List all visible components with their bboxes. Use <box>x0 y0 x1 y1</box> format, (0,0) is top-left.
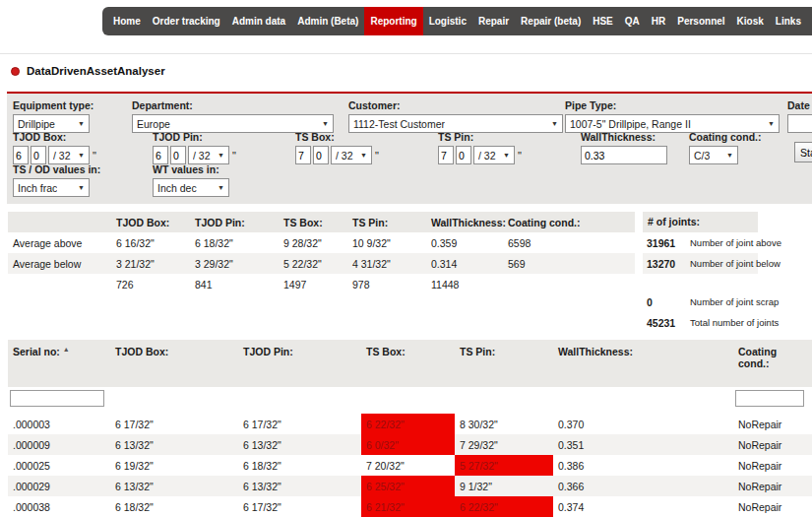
ts-od-values-label: TS / OD values in: <box>13 163 100 175</box>
coating-cond-group: Coating cond.: C/3 ▼ <box>689 131 762 164</box>
detail-col-header-serial[interactable]: Serial no:▲ <box>8 340 110 387</box>
inch-unit: " <box>232 150 236 162</box>
tjod-pin-denom-select[interactable]: / 32 ▼ <box>188 146 229 164</box>
date-from-input[interactable] <box>787 114 812 133</box>
nav-item-admin-beta[interactable]: Admin (Beta) <box>291 7 364 35</box>
tjod-pin-denom-value: / 32 <box>193 150 211 162</box>
ts-box-whole-input[interactable] <box>295 146 311 164</box>
ts-pin-denom-select[interactable]: / 32 ▼ <box>473 146 515 164</box>
nav-item-personnel[interactable]: Personnel <box>671 7 730 35</box>
nav-item-order-tracking[interactable]: Order tracking <box>147 7 226 35</box>
detail-col-header-tjod-box[interactable]: TJOD Box: <box>110 340 238 387</box>
detail-col-header-ts-box[interactable]: TS Box: <box>361 340 455 387</box>
chevron-down-icon: ▼ <box>726 152 733 159</box>
inch-unit: " <box>518 150 522 162</box>
coating-filter-input[interactable] <box>735 390 804 407</box>
ts-od-values-select[interactable]: Inch frac ▼ <box>13 178 90 197</box>
cell-wallthickness: 0.370 <box>553 414 733 434</box>
bullet-icon <box>11 67 20 76</box>
detail-col-header-label: TS Box: <box>366 346 406 357</box>
detail-col-header-ts-pin[interactable]: TS Pin: <box>455 340 553 387</box>
wt-values-label: WT values in: <box>153 163 229 175</box>
wall-thickness-label: WallThickness: <box>581 131 667 143</box>
filter-cell <box>238 387 361 414</box>
nav-item-qa[interactable]: QA <box>619 7 646 35</box>
ts-box-num-input[interactable] <box>313 146 329 164</box>
cell-serial: .000025 <box>8 455 110 476</box>
tjod-pin-num-input[interactable] <box>170 146 186 164</box>
cell-coating: NoRepair <box>733 414 812 434</box>
nav-item-repair[interactable]: Repair <box>472 7 515 35</box>
cell-wallthickness: 0.386 <box>553 455 733 476</box>
nav-item-kiosk[interactable]: Kiosk <box>731 7 770 35</box>
ts-box-label: TS Box: <box>295 131 379 143</box>
wall-thickness-input[interactable] <box>581 146 667 164</box>
detail-col-header-coating[interactable]: Coating cond.: <box>733 340 812 387</box>
chevron-down-icon: ▼ <box>322 120 329 127</box>
tjod-box-whole-input[interactable] <box>13 146 29 164</box>
detail-col-header-wallthickness[interactable]: WallThickness: <box>553 340 733 387</box>
start-button[interactable]: Sta <box>794 142 812 162</box>
wt-values-group: WT values in: Inch dec ▼ <box>153 163 229 197</box>
filter-cell <box>8 387 110 414</box>
nav-item-links[interactable]: Links <box>770 7 807 35</box>
cell-ts-box: 7 20/32" <box>361 455 455 476</box>
ts-od-values-group: TS / OD values in: Inch frac ▼ <box>13 163 100 197</box>
nav-item-admin-data[interactable]: Admin data <box>226 7 291 35</box>
cell-tjod-pin: 6 13/32" <box>238 476 361 496</box>
cell-ts-box: 6 21/32" <box>361 496 455 517</box>
joints-label: Number of joint below <box>690 258 781 269</box>
table-row: .0000096 13/32"6 13/32"6 0/32"7 29/32"0.… <box>8 434 812 455</box>
summary-cell: 4 31/32" <box>347 253 426 274</box>
cell-tjod-box: 6 17/32" <box>110 414 238 434</box>
inch-unit: " <box>375 150 379 162</box>
detail-col-header-label: TJOD Box: <box>115 346 168 357</box>
cell-tjod-pin: 6 17/32" <box>238 414 361 434</box>
cell-tjod-pin: 6 18/32" <box>238 455 361 476</box>
serial-filter-input[interactable] <box>10 390 104 407</box>
department-value: Europe <box>137 118 170 130</box>
filter-cell <box>110 387 238 414</box>
tjod-box-denom-select[interactable]: / 32 ▼ <box>48 146 90 164</box>
ts-pin-whole-input[interactable] <box>438 146 454 164</box>
ts-box-denom-value: / 32 <box>336 150 353 162</box>
nav-item-home[interactable]: Home <box>107 7 147 35</box>
summary-cell: 3 21/32" <box>111 253 190 274</box>
ts-box-denom-select[interactable]: / 32 ▼ <box>331 146 372 164</box>
summary-cell: 841 <box>190 274 279 294</box>
summary-col-header: TS Pin: <box>347 212 426 232</box>
ts-od-values-value: Inch frac <box>18 182 57 194</box>
detail-col-header-label: WallThickness: <box>558 346 633 357</box>
filter-panel: Equipment type: Drillpipe ▼ Department: … <box>7 92 812 204</box>
summary-cell <box>503 274 635 294</box>
detail-col-header-label: Serial no: <box>13 346 60 357</box>
ts-pin-num-input[interactable] <box>456 146 471 164</box>
joints-spacer <box>643 274 800 291</box>
tjod-pin-whole-input[interactable] <box>153 146 168 164</box>
cell-ts-pin: 5 27/32" <box>455 455 553 476</box>
nav-item-hr[interactable]: HR <box>646 7 671 35</box>
customer-group: Customer: 1112-Test Customer ▼ <box>348 99 563 133</box>
summary-table: TJOD Box:TJOD Pin:TS Box:TS Pin:WallThic… <box>8 212 635 294</box>
cell-coating: NoRepair <box>733 476 812 496</box>
summary-cell: 569 <box>503 253 635 274</box>
tjod-box-num-input[interactable] <box>31 146 46 164</box>
chevron-down-icon: ▼ <box>218 184 224 191</box>
chevron-down-icon: ▼ <box>768 120 775 127</box>
coating-cond-select[interactable]: C/3 ▼ <box>689 146 738 164</box>
summary-cell: 6 16/32" <box>111 232 190 253</box>
chevron-down-icon: ▼ <box>78 184 85 191</box>
nav-item-logistic[interactable]: Logistic <box>423 7 472 35</box>
joints-row: 0Number of joint scrap <box>643 291 758 312</box>
sort-asc-icon: ▲ <box>63 346 70 353</box>
wt-values-select[interactable]: Inch dec ▼ <box>153 178 229 197</box>
detail-col-header-tjod-pin[interactable]: TJOD Pin: <box>238 340 361 387</box>
nav-item-reporting[interactable]: Reporting <box>364 7 422 35</box>
nav-item-repair-beta[interactable]: Repair (beta) <box>515 7 587 35</box>
nav-item-hse[interactable]: HSE <box>587 7 619 35</box>
cell-tjod-pin: 6 13/32" <box>238 434 361 455</box>
joints-value: 0 <box>643 296 690 308</box>
cell-coating: NoRepair <box>733 455 812 476</box>
summary-cell: 6598 <box>503 232 635 253</box>
summary-header-row: TJOD Box:TJOD Pin:TS Box:TS Pin:WallThic… <box>8 212 635 232</box>
